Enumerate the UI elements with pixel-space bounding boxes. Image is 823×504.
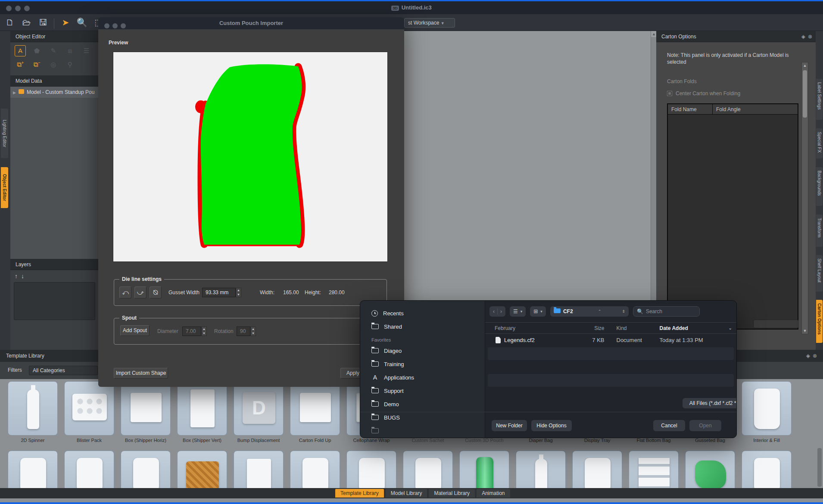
template-thumb-box-vert[interactable] [177, 381, 227, 436]
dock-detach-icon[interactable]: ◈ [806, 353, 810, 359]
fold-table[interactable]: Fold Name Fold Angle [667, 103, 798, 330]
rotation-stepper[interactable]: ▲▼ [250, 327, 256, 336]
sidebar-item-training[interactable]: Training [360, 358, 485, 370]
application-window: 3DUntitled.ic3 🗋 🗁 🖫 ➤ 🔍 ⬚ ▥ ⬆ ▭ ◯ ⁅ ▷ ✥… [0, 0, 823, 504]
rotation-input[interactable]: 90 [237, 327, 250, 336]
template-thumb-carton-fold-up[interactable] [290, 381, 340, 436]
visibility-icon[interactable]: ◎ [48, 59, 59, 71]
template-label: Display Tray [570, 438, 625, 443]
dock-close-icon[interactable]: ⊗ [813, 353, 817, 359]
open-button[interactable]: Open [689, 420, 721, 431]
die-line-settings-group: Die line settings ⤺ ⤻ ⦰ Gusset Width 93.… [114, 279, 387, 306]
import-custom-shape-button[interactable]: Import Custom Shape [114, 368, 168, 379]
template-thumb-box-horiz[interactable] [121, 381, 171, 436]
template-thumb-bump-displacement[interactable]: D [234, 381, 284, 436]
pivot-icon[interactable]: ⚲ [64, 59, 75, 71]
add-label-icon[interactable]: ⬟ [31, 46, 42, 57]
search-field[interactable]: 🔍Search [633, 306, 700, 317]
diameter-stepper[interactable]: ▲▼ [201, 327, 207, 336]
new-folder-button[interactable]: New Folder [492, 420, 527, 431]
carton-scrollbar[interactable]: ▲ ▼ [801, 62, 808, 334]
sidebar-item-recents[interactable]: Recents [360, 308, 485, 319]
carton-note: Note: This panel is only activated if a … [667, 52, 792, 65]
center-carton-checkbox-row[interactable]: Center Carton when Folding [667, 90, 740, 96]
list-icon[interactable]: ☰ [81, 46, 92, 57]
nav-back-forward[interactable]: ‹› [489, 306, 505, 317]
close-panel-icon[interactable]: ⊗ [808, 34, 812, 40]
tab-shelf-layout[interactable]: Shelf Layout [816, 255, 823, 292]
fold-angle-column[interactable]: Fold Angle [713, 104, 741, 114]
hide-options-button[interactable]: Hide Options [531, 420, 572, 431]
template-thumb-blister-pack[interactable] [64, 381, 114, 436]
window-title: 3DUntitled.ic3 [0, 4, 823, 11]
workspace-select[interactable]: st Workspace ▼ [404, 18, 455, 28]
cancel-button[interactable]: Cancel [653, 420, 685, 431]
sort-chevron-icon: ⌄ [729, 323, 732, 334]
tab-backgrounds[interactable]: Backgrounds [816, 167, 823, 206]
layer-down-icon[interactable]: ↓ [21, 273, 28, 280]
layer-up-icon[interactable]: ↑ [15, 273, 21, 280]
fold-angle-input[interactable] [753, 320, 798, 328]
picker-footer: New Folder Hide Options Cancel Open [360, 412, 736, 438]
list-view-button[interactable]: ☰▾ [510, 306, 526, 317]
rotate-ccw-icon[interactable]: ⤺ [119, 286, 131, 299]
open-file-icon[interactable]: 🗁 [19, 16, 34, 29]
template-label: Interior & Fill [739, 438, 794, 443]
detach-panel-icon[interactable]: ◈ [801, 34, 805, 40]
sidebar-item-applications[interactable]: AApplications [360, 372, 485, 383]
layer-order-controls: ↑↓ [10, 270, 99, 281]
rotate-cw-icon[interactable]: ⤻ [134, 286, 147, 299]
tab-template-library[interactable]: Template Library [335, 489, 384, 498]
frame-icon[interactable]: ⧈ [64, 46, 75, 57]
sidebar-item-diageo[interactable]: Diageo [360, 345, 485, 356]
template-thumb-interior-fill[interactable] [742, 381, 792, 436]
tab-model-library[interactable]: Model Library [386, 489, 427, 498]
tab-transform[interactable]: Transform [816, 215, 823, 247]
tab-object-editor[interactable]: Object Editor [1, 167, 8, 208]
column-size[interactable]: Size [572, 323, 611, 333]
column-group-february[interactable]: February [485, 323, 572, 333]
save-file-icon[interactable]: 🖫 [36, 16, 50, 29]
select-cursor-icon[interactable]: ➤ [58, 16, 73, 29]
favorites-section-label: Favorites [360, 337, 485, 342]
gusset-width-input[interactable]: 93.33 mm [202, 288, 236, 297]
fold-name-column[interactable]: Fold Name [668, 104, 713, 114]
new-file-icon[interactable]: 🗋 [3, 16, 17, 29]
tab-special-fx[interactable]: Special FX [816, 128, 823, 159]
add-spout-button[interactable]: Add Spout [120, 325, 150, 336]
height-label: Height: [305, 289, 321, 296]
tab-animation[interactable]: Animation [477, 489, 510, 498]
duplicate-add-icon[interactable]: ⧉⁺ [15, 59, 26, 71]
mirror-icon[interactable]: ⦰ [150, 286, 162, 299]
duplicate-remove-icon[interactable]: ⧉⁻ [31, 59, 42, 71]
tab-material-library[interactable]: Material Library [429, 489, 475, 498]
template-label: Diaper Bag [513, 438, 568, 443]
edit-icon[interactable]: ✎ [48, 46, 59, 57]
tab-label-settings[interactable]: Label Settings [816, 79, 823, 120]
template-label: Custom 3D Pouch [457, 438, 512, 443]
sidebar-item-demo[interactable]: Demo [360, 398, 485, 410]
tab-carton-options[interactable]: Carton Options [816, 300, 823, 343]
artwork-icon[interactable]: A [15, 45, 26, 56]
model-tree-item[interactable]: ▶Model - Custom Standup Pou [10, 87, 99, 98]
checkbox-icon[interactable] [667, 91, 672, 96]
column-kind[interactable]: Kind [611, 323, 658, 333]
location-popup[interactable]: CF2⌃⇕ [550, 306, 629, 317]
file-row-legends[interactable]: Legends.cf2 7 KB Document Today at 1:33 … [485, 334, 736, 347]
zoom-icon[interactable]: 🔍 [75, 16, 89, 29]
diameter-input[interactable]: 7.00 [182, 327, 201, 336]
template-scrollbar[interactable] [817, 448, 822, 487]
template-thumb-2d-spinner[interactable] [8, 381, 58, 436]
dialog-title: Custom Pouch Importer [219, 20, 283, 26]
format-filter-popup[interactable]: All Files (*.dxf *.cf2 *.pdf *.ai)⇕ [683, 398, 737, 408]
tab-lighting-editor[interactable]: Lighting Editor [1, 109, 8, 158]
column-date-added[interactable]: Date Added⌄ [658, 323, 737, 333]
sidebar-item-shared[interactable]: Shared [360, 321, 485, 332]
gusset-stepper[interactable]: ▲▼ [236, 288, 241, 297]
group-view-button[interactable]: ⊞▾ [530, 306, 546, 317]
dialog-traffic-lights[interactable] [104, 21, 129, 33]
sidebar-item-support[interactable]: Support [360, 385, 485, 396]
layers-list[interactable] [14, 282, 95, 320]
category-filter-select[interactable]: All Categories [29, 366, 98, 375]
file-list-headers: February Size Kind Date Added⌄ [485, 323, 736, 334]
